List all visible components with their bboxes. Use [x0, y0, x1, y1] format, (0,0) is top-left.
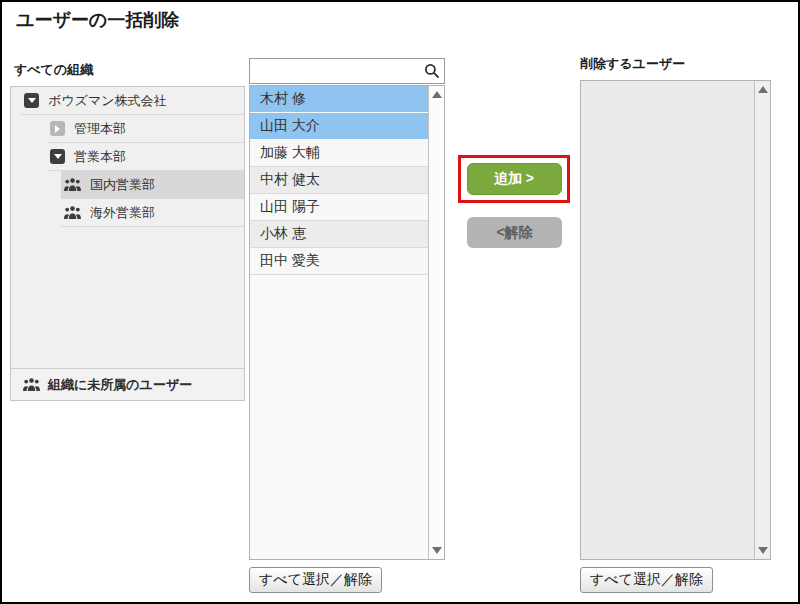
add-button[interactable]: 追加 > [467, 163, 562, 195]
scroll-down-icon[interactable] [758, 547, 768, 554]
select-all-source-button[interactable]: すべて選択／解除 [249, 567, 382, 593]
scroll-down-icon[interactable] [432, 547, 442, 554]
scroll-up-icon[interactable] [432, 91, 442, 98]
expand-toggle-icon[interactable] [50, 121, 65, 136]
triangle-right-icon [55, 125, 60, 133]
unassigned-users-item[interactable]: 組織に未所属のユーザー [11, 368, 244, 400]
user-list-item[interactable]: 小林 恵 [250, 221, 428, 248]
tree-item[interactable]: 海外営業部 [61, 199, 244, 227]
user-search [249, 58, 445, 84]
user-list-scrollbar[interactable] [428, 86, 444, 559]
delete-panel-heading: 削除するユーザー [580, 55, 685, 73]
user-list-rows: 木村 修 山田 大介 加藤 大輔 中村 健太 山田 陽子 小林 恵 田中 愛美 [250, 86, 428, 559]
annotation-highlight: 追加 > [458, 155, 570, 203]
user-list-item[interactable]: 加藤 大輔 [250, 140, 428, 167]
tree-item-label: 営業本部 [74, 148, 126, 166]
user-list: 木村 修 山田 大介 加藤 大輔 中村 健太 山田 陽子 小林 恵 田中 愛美 [249, 85, 445, 560]
user-list-item[interactable]: 田中 愛美 [250, 248, 428, 275]
tree-item-label: 管理本部 [74, 120, 126, 138]
tree-item[interactable]: 営業本部 [47, 143, 244, 171]
user-list-item-selected[interactable]: 木村 修 [250, 86, 428, 113]
org-tree-panel: ボウズマン株式会社 管理本部 営業本部 国内営業部 海外営業部 [10, 86, 245, 401]
org-panel-heading: すべての組織 [14, 61, 93, 79]
delete-user-list [580, 80, 771, 560]
people-group-icon [64, 178, 81, 191]
user-list-item[interactable]: 山田 陽子 [250, 194, 428, 221]
tree-item-label: 海外営業部 [90, 204, 155, 222]
unassigned-users-label: 組織に未所属のユーザー [48, 376, 192, 394]
people-group-icon [64, 206, 81, 219]
select-all-target-button[interactable]: すべて選択／解除 [580, 567, 713, 593]
bulk-delete-users-screen: ユーザーの一括削除 すべての組織 ボウズマン株式会社 管理本部 営業本部 国内営… [0, 0, 800, 604]
remove-button[interactable]: <解除 [467, 217, 562, 248]
tree-item-selected[interactable]: 国内営業部 [61, 171, 244, 199]
search-icon[interactable] [424, 63, 440, 79]
tree-item-label: ボウズマン株式会社 [48, 92, 167, 110]
collapse-toggle-icon[interactable] [50, 149, 65, 164]
page-title: ユーザーの一括削除 [16, 8, 179, 32]
scroll-up-icon[interactable] [758, 86, 768, 93]
user-list-item[interactable]: 中村 健太 [250, 167, 428, 194]
collapse-toggle-icon[interactable] [24, 93, 39, 108]
tree-item[interactable]: ボウズマン株式会社 [21, 87, 244, 115]
tree-item-label: 国内営業部 [90, 176, 155, 194]
user-search-input[interactable] [249, 58, 445, 84]
triangle-down-icon [54, 154, 62, 159]
people-group-icon [23, 378, 40, 391]
tree-item[interactable]: 管理本部 [47, 115, 244, 143]
delete-list-rows [581, 81, 754, 559]
delete-list-scrollbar[interactable] [754, 81, 770, 559]
triangle-down-icon [28, 98, 36, 103]
user-list-item-selected[interactable]: 山田 大介 [250, 113, 428, 140]
